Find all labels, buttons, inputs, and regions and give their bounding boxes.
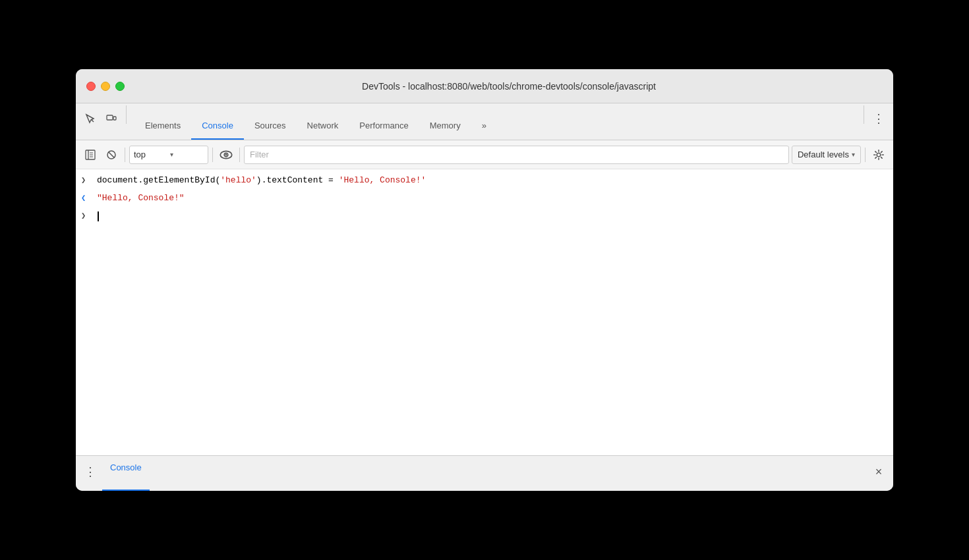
cursor: [98, 211, 99, 221]
cursor-icon: [85, 113, 96, 124]
minimize-button[interactable]: [101, 82, 110, 91]
console-output[interactable]: ❯ document.getElementById('hello').textC…: [76, 169, 893, 455]
drawer-console-tab[interactable]: Console: [102, 456, 150, 491]
console-line-input: ❯ document.getElementById('hello').textC…: [76, 172, 893, 190]
window-title: DevTools - localhost:8080/web/tools/chro…: [135, 81, 883, 92]
traffic-lights: [86, 82, 125, 91]
inspect-icon-button[interactable]: [81, 109, 100, 128]
tab-network[interactable]: Network: [297, 115, 349, 140]
svg-rect-1: [113, 117, 116, 120]
tab-sources[interactable]: Sources: [244, 115, 297, 140]
tab-bar: Elements Console Sources Network Perform…: [76, 103, 893, 140]
input-arrow: ❯: [81, 174, 94, 187]
filter-input[interactable]: [244, 146, 789, 164]
svg-line-8: [109, 152, 115, 157]
code-text-2: 'hello': [220, 175, 256, 185]
tab-divider: [126, 105, 127, 124]
tab-performance[interactable]: Performance: [349, 115, 419, 140]
toolbar-divider-3: [239, 148, 240, 162]
tab-bar-left-icons: [81, 105, 129, 140]
sidebar-icon: [85, 150, 96, 160]
device-icon: [106, 113, 117, 124]
title-bar: DevTools - localhost:8080/web/tools/chro…: [76, 69, 893, 103]
code-result: "Hello, Console!": [97, 193, 185, 203]
tab-console[interactable]: Console: [191, 115, 244, 140]
devtools-window: DevTools - localhost:8080/web/tools/chro…: [76, 69, 893, 491]
eye-icon: [220, 148, 233, 161]
code-text-4: 'Hello, Console!': [339, 175, 426, 185]
clear-console-button[interactable]: [102, 146, 121, 164]
close-button[interactable]: [86, 82, 96, 91]
toolbar-divider-2: [212, 148, 213, 162]
sidebar-toggle-button[interactable]: [81, 146, 100, 164]
toolbar-divider-4: [865, 148, 866, 162]
bottom-drawer: ⋮ Console ×: [76, 455, 893, 491]
tab-memory[interactable]: Memory: [419, 115, 471, 140]
device-toggle-button[interactable]: [102, 109, 121, 128]
context-selector[interactable]: top ▾: [129, 146, 208, 164]
svg-rect-0: [107, 115, 113, 120]
more-menu-button[interactable]: ⋮: [869, 109, 888, 128]
console-toolbar: top ▾ Default levels ▾: [76, 140, 893, 169]
drawer-dots-button[interactable]: ⋮: [81, 462, 100, 481]
levels-selector[interactable]: Default levels ▾: [792, 146, 861, 164]
code-text-1: document.getElementById(: [97, 175, 220, 185]
toolbar-divider-1: [125, 148, 125, 162]
drawer-close-button[interactable]: ×: [869, 462, 888, 481]
svg-point-12: [877, 153, 881, 157]
console-prompt-line[interactable]: ❯: [76, 208, 893, 225]
live-expressions-button[interactable]: [217, 146, 235, 164]
levels-arrow-icon: ▾: [852, 151, 855, 158]
tab-elements[interactable]: Elements: [134, 115, 191, 140]
console-line-output: ❮ "Hello, Console!": [76, 190, 893, 208]
context-arrow-icon: ▾: [170, 151, 204, 158]
tab-more[interactable]: »: [471, 115, 497, 140]
console-output-content: "Hello, Console!": [97, 192, 888, 205]
tabs: Elements Console Sources Network Perform…: [134, 115, 861, 140]
block-icon: [106, 150, 117, 160]
output-arrow: ❮: [81, 192, 94, 205]
svg-point-11: [225, 154, 227, 155]
settings-button[interactable]: [869, 146, 888, 164]
gear-icon: [873, 149, 885, 161]
prompt-arrow: ❯: [81, 210, 94, 223]
code-text-3: ).textContent =: [256, 175, 339, 185]
maximize-button[interactable]: [115, 82, 125, 91]
tab-divider-right: [864, 105, 864, 124]
console-input-content: document.getElementById('hello').textCon…: [97, 174, 888, 187]
tab-bar-right: ⋮: [861, 105, 888, 140]
